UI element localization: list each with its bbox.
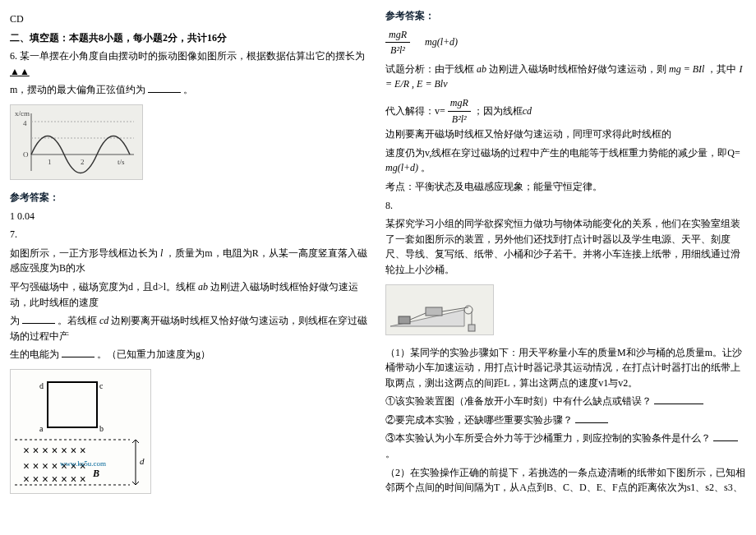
svg-text:www.ks5u.com: www.ks5u.com	[60, 459, 106, 468]
q7-p3b: 。若线框	[58, 315, 97, 326]
q7-p2b: ab	[198, 281, 208, 293]
answer-q7: mgR B²l² mg(l+d)	[385, 27, 746, 58]
q8-step1: （1）某同学的实验步骤如下：用天平称量小车的质量M和沙与桶的总质量m。让沙桶带动…	[385, 345, 746, 391]
svg-text:× × × × × × ×: × × × × × × ×	[23, 445, 86, 457]
q8-q3-blank	[713, 431, 738, 441]
q6-text-c: 。	[183, 84, 193, 95]
svg-text:2: 2	[81, 158, 85, 166]
q7-p2a: 平匀强磁场中，磁场宽度为d，且d>l。线框	[10, 281, 196, 293]
q7-blank-2	[62, 347, 94, 357]
q7-ex2a: 代入解得：v=	[385, 104, 445, 119]
frac-1-den: B²l²	[387, 43, 408, 58]
r0: 速度仍为v,线框在穿过磁场的过程中产生的电能等于线框重力势能的减少量，即Q= m…	[385, 145, 746, 176]
q8-q3: ③本实验认为小车所受合外力等于沙桶重力，则应控制的实验条件是什么？ 。	[385, 431, 746, 461]
q6-blank-1: ▲▲	[10, 66, 30, 77]
q7-ex1e: ，其中	[707, 63, 736, 75]
answer-label-1: 参考答案：	[10, 190, 371, 205]
q7-ex1a: 试题分析：由于线框	[385, 63, 474, 75]
svg-text:b: b	[99, 424, 104, 433]
svg-rect-32	[426, 307, 442, 316]
q7-p4: 生的电能为 。（已知重力加速度为g）	[10, 347, 371, 362]
q8-q3-text: ③本实验认为小车所受合外力等于沙桶重力，则应控制的实验条件是什么？	[385, 432, 711, 444]
section-title: 二、填空题：本题共8小题，每小题2分，共计16分	[10, 30, 371, 46]
frac-1-num: mgR	[385, 27, 410, 44]
q7-ex2d: ；因为线框	[473, 104, 523, 119]
r1: 考点：平衡状态及电磁感应现象；能量守恒定律。	[385, 179, 746, 195]
q8-p1: 某探究学习小组的同学欲探究恒力做功与物体动能变化的关系，他们在实验室组装了一套如…	[385, 216, 746, 277]
svg-text:1: 1	[48, 158, 52, 166]
r0b: mg(l+d)	[385, 162, 418, 173]
svg-rect-37	[399, 316, 410, 324]
q7-ex2e: cd	[523, 104, 532, 119]
wire-frame-diagram: d c a b × × × × × × × × × × × × × × × × …	[10, 369, 151, 494]
q8-q1: ①该实验装置图（准备放开小车时刻）中有什么缺点或错误？	[385, 394, 746, 409]
svg-text:B: B	[92, 468, 99, 479]
q6-text-b: m，摆动的最大偏角正弦值约为	[10, 84, 145, 95]
q6-part-a: 6. 某一单摆在小角度自由摆动时的振动图像如图所示，根据数据估算出它的摆长为 ▲…	[10, 48, 371, 79]
svg-rect-36	[468, 325, 475, 331]
svg-text:d: d	[140, 456, 145, 466]
svg-text:× × × × × × ×: × × × × × × ×	[23, 473, 86, 486]
q7-p1: 如图所示，一正方形导线框边长为 l ，质量为m，电阻为R，从某一高度竖直落入磁感…	[10, 246, 371, 276]
q7-p4a: 生的电能为	[10, 348, 59, 360]
q7-ex1d: mg = BIl	[669, 63, 704, 75]
q7-ex1b: ab	[477, 63, 486, 75]
frac-2: mgR B²l²	[448, 95, 471, 127]
q8-q2-text: ②要完成本实验，还缺哪些重要实验步骤？	[385, 414, 573, 426]
ans-q7c: mg(l+d)	[425, 35, 458, 50]
q7-ex2f: 边刚要离开磁场时线框又恰好做匀速运动，同理可求得此时线框的	[385, 127, 671, 142]
q7-p3c: cd	[99, 315, 108, 326]
q6-blank-2	[148, 82, 181, 93]
svg-text:4: 4	[23, 119, 27, 127]
answer-label-2: 参考答案：	[385, 8, 746, 24]
q8-q2: ②要完成本实验，还缺哪些重要实验步骤？	[385, 413, 746, 428]
q6-part-b: m，摆动的最大偏角正弦值约为 。	[10, 82, 371, 98]
q7-ex1c: 边刚进入磁场时线框恰好做匀速运动，则	[489, 63, 666, 75]
q7-explain-1: 试题分析：由于线框 ab 边刚进入磁场时线框恰好做匀速运动，则 mg = BIl…	[385, 62, 746, 92]
svg-text:t/s: t/s	[118, 158, 125, 166]
r0c: 。	[421, 162, 431, 173]
q7-p1a: 如图所示，一正方形导线框边长为	[10, 247, 158, 259]
page-two-column: CD 二、填空题：本题共8小题，每小题2分，共计16分 6. 某一单摆在小角度自…	[0, 0, 756, 519]
svg-text:x/cm: x/cm	[15, 109, 30, 118]
q7-p4b: 。（已知重力加速度为g）	[97, 348, 210, 360]
q7-p3a: 为	[10, 315, 20, 326]
q7-p3: 为 。若线框 cd 边刚要离开磁场时线框又恰好做匀速运动，则线框在穿过磁场的过程…	[10, 313, 371, 344]
svg-text:c: c	[99, 381, 104, 390]
svg-text:a: a	[39, 424, 44, 433]
pendulum-graph: x/cm 4 O 1 2 t/s	[10, 104, 143, 180]
cd-line: CD	[10, 12, 371, 27]
q6-text-a: 6. 某一单摆在小角度自由摆动时的振动图像如图所示，根据数据估算出它的摆长为	[10, 50, 365, 62]
cart-pulley-device	[385, 284, 494, 335]
svg-text:O: O	[23, 150, 29, 159]
r0a: 速度仍为v,线框在穿过磁场的过程中产生的电能等于线框重力势能的减少量，即Q=	[385, 147, 740, 159]
q7-p2: 平匀强磁场中，磁场宽度为d，且d>l。线框 ab 边刚进入磁场时线框恰好做匀速运…	[10, 279, 371, 310]
frac-2-den: B²l²	[449, 112, 469, 127]
frac-2-num: mgR	[448, 95, 471, 112]
q8-q1-text: ①该实验装置图（准备放开小车时刻）中有什么缺点或错误？	[385, 395, 652, 407]
frac-1: mgR B²l²	[385, 27, 410, 58]
answer-q6: 1 0.04	[10, 209, 371, 224]
q7-p1b: l	[160, 247, 163, 259]
q7-no: 7.	[10, 227, 371, 242]
q7-explain-2: 代入解得：v= mgR B²l² ；因为线框 cd 边刚要离开磁场时线框又恰好做…	[385, 95, 746, 142]
q7-blank-1	[22, 313, 55, 324]
svg-text:d: d	[39, 381, 44, 390]
q8-no: 8.	[385, 198, 746, 214]
q8-q2-blank	[575, 413, 608, 423]
q8-q1-blank	[654, 394, 703, 404]
